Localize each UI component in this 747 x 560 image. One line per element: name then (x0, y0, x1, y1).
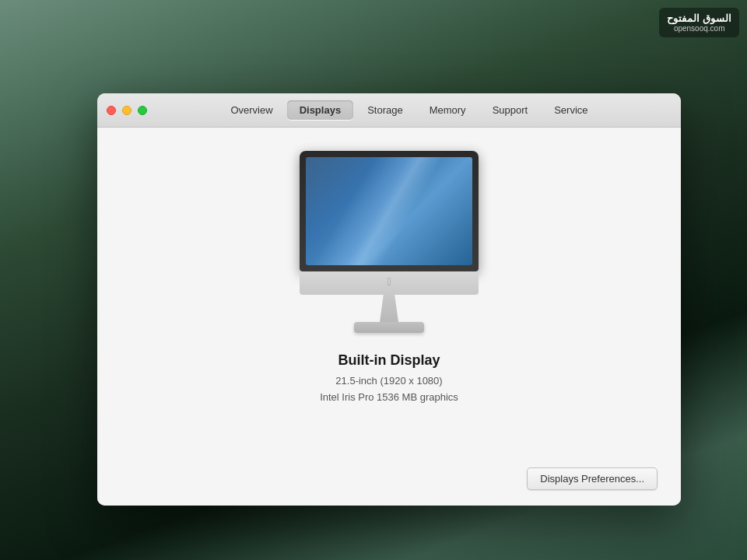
minimize-button[interactable] (122, 106, 132, 115)
tab-bar: Overview Displays Storage Memory Support… (147, 100, 672, 120)
tab-displays[interactable]: Displays (287, 100, 353, 120)
display-size: 21.5-inch (1920 x 1080) (320, 373, 458, 390)
screen-sheen (306, 157, 472, 265)
imac-base (354, 322, 424, 333)
imac-screen (306, 157, 472, 265)
tab-service[interactable]: Service (542, 100, 600, 120)
window-content:  Built-in Display 21.5-inch (1920 x 108… (97, 128, 681, 506)
traffic-lights (107, 106, 147, 115)
watermark-english: opensooq.com (674, 24, 725, 33)
bottom-bar: Displays Preferences... (527, 467, 658, 490)
apple-logo-icon:  (387, 275, 391, 288)
title-bar: Overview Displays Storage Memory Support… (97, 93, 681, 128)
display-graphics: Intel Iris Pro 1536 MB graphics (320, 390, 458, 406)
watermark: السوق المفتوح opensooq.com (659, 8, 739, 37)
imac-illustration:  (300, 151, 479, 333)
display-name: Built-in Display (320, 352, 458, 369)
tab-overview[interactable]: Overview (218, 100, 285, 120)
display-info: Built-in Display 21.5-inch (1920 x 1080)… (320, 352, 458, 406)
maximize-button[interactable] (138, 106, 147, 115)
about-this-mac-window: Overview Displays Storage Memory Support… (97, 93, 681, 506)
watermark-arabic: السوق المفتوح (667, 12, 731, 24)
tab-memory[interactable]: Memory (417, 100, 479, 120)
imac-chin:  (300, 271, 479, 295)
close-button[interactable] (107, 106, 116, 115)
imac-neck (380, 295, 398, 322)
tab-support[interactable]: Support (480, 100, 541, 120)
imac-monitor (300, 151, 479, 271)
displays-preferences-button[interactable]: Displays Preferences... (527, 467, 658, 490)
tab-storage[interactable]: Storage (355, 100, 416, 120)
